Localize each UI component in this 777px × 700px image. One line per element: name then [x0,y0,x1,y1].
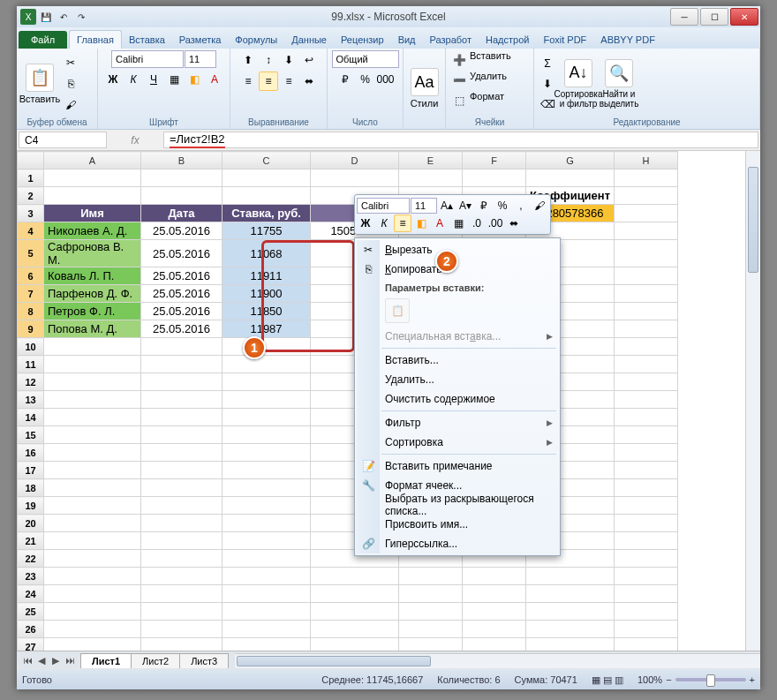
cell[interactable]: 25.05.2016 [141,285,223,303]
cell[interactable] [399,603,463,621]
cell[interactable] [311,568,399,585]
file-tab[interactable]: Файл [19,31,67,49]
minimize-button[interactable]: ─ [670,8,698,26]
ctx-delete[interactable]: Удалить... [357,370,558,389]
mini-percent[interactable]: % [494,197,511,215]
tab-data[interactable]: Данные [284,31,334,49]
row-header[interactable]: 24 [18,585,44,603]
cell[interactable] [141,338,223,356]
cell[interactable] [311,621,399,638]
cell[interactable]: Николаев А. Д. [44,222,141,240]
fill-color-button[interactable]: ◧ [185,70,204,89]
name-box[interactable]: C4 [19,132,107,148]
cell[interactable] [44,187,141,205]
cell[interactable] [615,169,678,187]
underline-button[interactable]: Ч [144,70,163,89]
sheet-tab-1[interactable]: Лист1 [80,653,132,668]
mini-comma[interactable]: , [512,197,530,215]
save-icon[interactable]: 💾 [38,9,54,25]
col-header[interactable]: H [615,152,678,169]
tab-home[interactable]: Главная [69,30,122,49]
cell[interactable] [141,603,223,621]
cell[interactable] [615,391,678,409]
col-header[interactable]: G [526,152,615,169]
row-header[interactable]: 7 [18,285,44,303]
styles-button[interactable]: Aa Стили [407,64,441,112]
undo-icon[interactable]: ↶ [56,9,72,25]
cell[interactable] [615,320,678,338]
cell[interactable] [44,585,141,603]
mini-align-center[interactable]: ≡ [394,215,411,232]
tab-addins[interactable]: Надстрой [479,31,536,49]
cell[interactable] [141,187,223,205]
cell[interactable]: Дата [141,205,223,222]
cell[interactable] [44,479,141,497]
cell[interactable] [223,338,311,356]
cell[interactable] [141,426,223,444]
worksheet-grid[interactable]: ABCDEFGH12Коэффициент3ИмяДатаСтавка, руб… [17,151,760,651]
insert-cells-button[interactable]: ➕Вставить [449,50,511,70]
row-header[interactable]: 5 [18,240,44,267]
comma-button[interactable]: 000 [376,70,396,89]
row-header[interactable]: 14 [18,409,44,426]
ctx-filter[interactable]: Фильтр▶ [357,413,558,433]
font-combo[interactable]: Calibri [111,50,184,68]
sheet-tab-2[interactable]: Лист2 [131,653,180,668]
tab-layout[interactable]: Разметка [172,31,229,49]
border-button[interactable]: ▦ [164,70,184,89]
cell[interactable] [463,621,526,638]
cell[interactable] [141,409,223,426]
cell[interactable] [399,169,463,187]
row-header[interactable]: 10 [18,338,44,356]
cell[interactable] [141,585,223,603]
mini-bold[interactable]: Ж [357,215,374,232]
col-header[interactable]: A [44,152,141,169]
cell[interactable] [615,638,678,651]
row-header[interactable]: 1 [18,169,44,187]
cell[interactable] [463,568,526,585]
cell[interactable] [526,603,615,621]
row-header[interactable]: 23 [18,568,44,585]
cell[interactable]: Попова М. Д. [44,320,141,338]
cell[interactable]: 25.05.2016 [141,267,223,285]
ctx-comment[interactable]: 📝Вставить примечание [357,456,558,476]
close-button[interactable]: ✕ [730,8,758,26]
cell[interactable] [44,356,141,373]
cell[interactable] [615,568,678,585]
cell[interactable]: 25.05.2016 [141,240,223,267]
cell[interactable] [615,222,678,240]
row-header[interactable]: 16 [18,444,44,462]
fontsize-combo[interactable]: 11 [185,50,216,68]
cell[interactable] [311,603,399,621]
cell[interactable] [615,462,678,479]
row-header[interactable]: 26 [18,621,44,638]
cell[interactable] [615,621,678,638]
autosum-button[interactable]: Σ [538,54,557,73]
ctx-define-name[interactable]: Присвоить имя... [357,515,558,534]
cell[interactable] [141,497,223,515]
percent-button[interactable]: % [356,70,375,89]
cell[interactable] [615,497,678,515]
cell[interactable] [141,479,223,497]
cell[interactable] [615,515,678,532]
zoom-in[interactable]: + [750,674,755,685]
mini-currency[interactable]: ₽ [475,197,493,215]
sheet-nav[interactable]: ⏮◀▶⏭ [17,655,80,666]
cell[interactable]: Сафронова В. М. [44,240,141,267]
ctx-sort[interactable]: Сортировка▶ [357,433,558,452]
cell[interactable] [141,373,223,391]
tab-foxit[interactable]: Foxit PDF [536,31,593,49]
cell[interactable] [44,409,141,426]
cell[interactable] [615,373,678,391]
zoom-out[interactable]: − [666,674,671,685]
cell[interactable] [141,391,223,409]
cell[interactable] [223,426,311,444]
view-buttons[interactable]: ▦ ▤ ▥ [592,674,623,686]
cell[interactable] [463,169,526,187]
mini-grow-font[interactable]: A▴ [438,197,456,215]
tab-view[interactable]: Вид [391,31,423,49]
cell[interactable] [615,205,678,222]
sort-filter-button[interactable]: A↓ Сортировка и фильтр [559,56,598,112]
mini-font-combo[interactable]: Calibri [357,198,410,214]
format-painter-icon[interactable]: 🖌 [61,95,80,115]
